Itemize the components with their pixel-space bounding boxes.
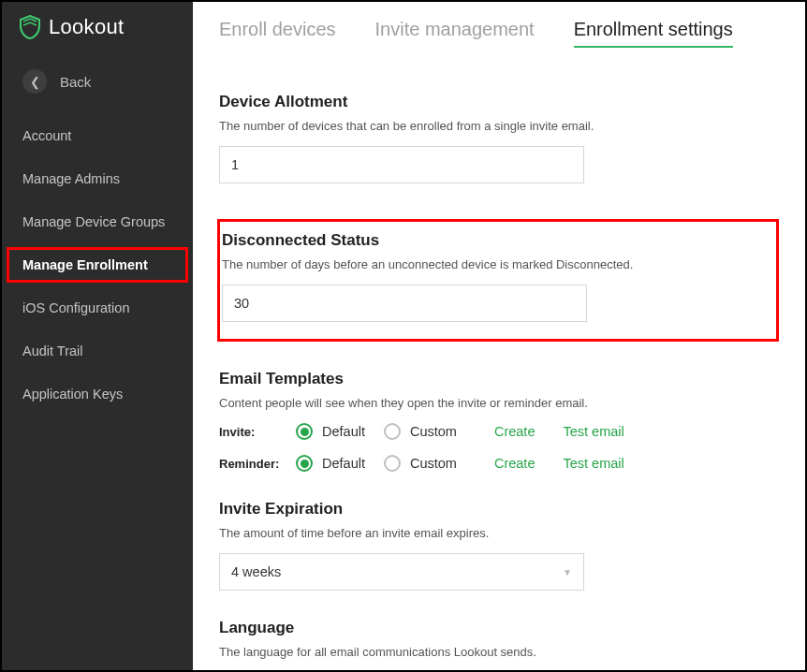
invite-default-label: Default xyxy=(322,424,365,439)
sidebar-item-ios-configuration[interactable]: iOS Configuration xyxy=(2,286,193,329)
section-language: Language The language for all email comm… xyxy=(219,619,779,670)
invite-create-link[interactable]: Create xyxy=(494,424,536,439)
reminder-default-radio[interactable] xyxy=(296,455,313,472)
reminder-custom-label: Custom xyxy=(410,456,457,471)
back-button[interactable]: ❮ Back xyxy=(2,56,193,114)
invite-expiration-select[interactable]: 4 weeks ▼ xyxy=(219,553,584,591)
sidebar: Lookout ❮ Back Account Manage Admins Man… xyxy=(2,2,193,670)
reminder-row-label: Reminder: xyxy=(219,457,286,471)
section-device-allotment: Device Allotment The number of devices t… xyxy=(219,93,779,183)
email-templates-desc: Content people will see when they open t… xyxy=(219,396,779,410)
reminder-create-link[interactable]: Create xyxy=(494,456,536,471)
invite-expiration-desc: The amount of time before an invite emai… xyxy=(219,526,779,540)
disconnected-title: Disconnected Status xyxy=(222,231,761,250)
disconnected-input[interactable] xyxy=(222,285,587,322)
back-label: Back xyxy=(60,74,91,90)
invite-test-email-link[interactable]: Test email xyxy=(563,424,624,439)
device-allotment-desc: The number of devices that can be enroll… xyxy=(219,119,779,133)
device-allotment-title: Device Allotment xyxy=(219,93,779,111)
section-email-templates: Email Templates Content people will see … xyxy=(219,370,779,472)
sidebar-item-manage-device-groups[interactable]: Manage Device Groups xyxy=(2,200,193,243)
reminder-test-email-link[interactable]: Test email xyxy=(563,456,624,471)
section-invite-expiration: Invite Expiration The amount of time bef… xyxy=(219,500,779,591)
sidebar-item-manage-admins[interactable]: Manage Admins xyxy=(2,157,193,200)
shield-icon xyxy=(19,15,41,39)
sidebar-item-application-keys[interactable]: Application Keys xyxy=(2,373,193,416)
device-allotment-input[interactable] xyxy=(219,146,584,183)
invite-default-radio[interactable] xyxy=(296,423,313,440)
sidebar-item-manage-enrollment[interactable]: Manage Enrollment xyxy=(2,243,193,286)
email-templates-title: Email Templates xyxy=(219,370,779,388)
tab-enrollment-settings[interactable]: Enrollment settings xyxy=(574,19,733,48)
caret-down-icon: ▼ xyxy=(563,567,572,577)
invite-expiration-title: Invite Expiration xyxy=(219,500,779,519)
invite-row-label: Invite: xyxy=(219,425,286,439)
tab-enroll-devices[interactable]: Enroll devices xyxy=(219,19,336,48)
tab-bar: Enroll devices Invite management Enrollm… xyxy=(219,2,779,57)
disconnected-desc: The number of days before an unconnected… xyxy=(222,257,761,271)
language-title: Language xyxy=(219,619,779,637)
invite-custom-radio[interactable] xyxy=(384,423,401,440)
language-desc: The language for all email communication… xyxy=(219,645,779,659)
reminder-template-row: Reminder: Default Custom Create Test ema… xyxy=(219,455,779,472)
reminder-custom-radio[interactable] xyxy=(384,455,401,472)
sidebar-item-account[interactable]: Account xyxy=(2,114,193,157)
brand-name: Lookout xyxy=(49,15,124,39)
invite-expiration-value: 4 weeks xyxy=(231,564,281,579)
tab-invite-management[interactable]: Invite management xyxy=(375,19,535,48)
reminder-default-label: Default xyxy=(322,456,365,471)
invite-template-row: Invite: Default Custom Create Test email xyxy=(219,423,779,440)
back-chevron-icon: ❮ xyxy=(22,69,47,94)
sidebar-item-audit-trail[interactable]: Audit Trail xyxy=(2,329,193,373)
invite-custom-label: Custom xyxy=(410,424,457,439)
main-content: Enroll devices Invite management Enrollm… xyxy=(193,2,805,670)
brand-logo: Lookout xyxy=(2,2,193,56)
section-disconnected-status: Disconnected Status The number of days b… xyxy=(217,219,779,342)
